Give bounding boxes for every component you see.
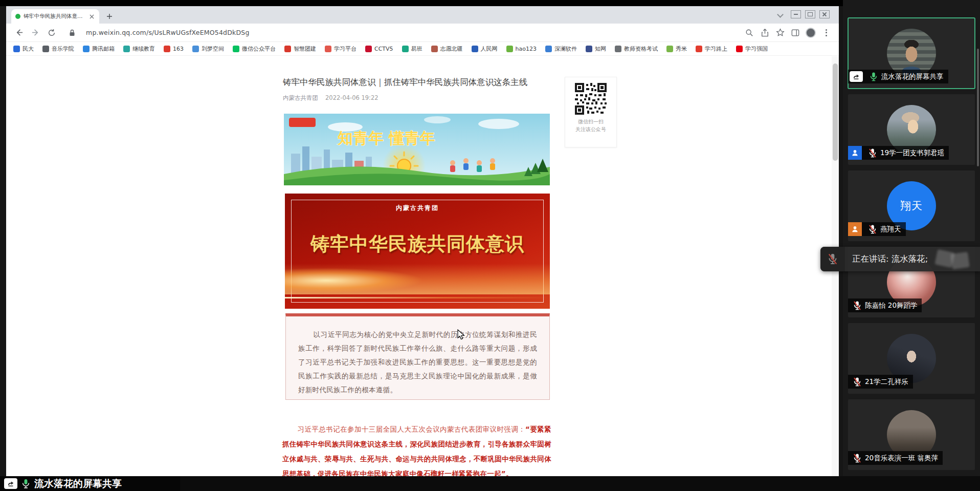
window-close-button[interactable] — [819, 10, 830, 18]
red-banner-streak — [285, 297, 550, 298]
bookmark-label: 深澜软件 — [554, 45, 577, 53]
article-paragraph: 习近平总书记在参加十三届全国人大五次会议内蒙古代表团审议时强调：“要紧紧抓住铸牢… — [282, 422, 551, 481]
bookmark-favicon — [123, 46, 130, 52]
side-panel-icon[interactable] — [789, 26, 802, 39]
bookmark-item[interactable]: 人民网 — [472, 45, 498, 53]
bookmark-item[interactable]: 163 — [164, 46, 184, 52]
bookmark-label: 微信公众平台 — [242, 45, 276, 53]
browser-tab-strip: 铸牢中华民族共同体意识｜抓住 — [6, 6, 839, 24]
share-icon[interactable] — [758, 26, 771, 39]
participant-tile[interactable]: 21学二孔祥乐 — [848, 323, 975, 394]
participant-name: 燕翔天 — [880, 225, 901, 234]
bookmark-item[interactable]: 知网 — [586, 45, 606, 53]
bookmark-item[interactable]: 易班 — [402, 45, 422, 53]
back-icon[interactable] — [12, 26, 26, 39]
blurred-name — [950, 252, 970, 269]
participant-label: 19学一团支书郭君瑶 — [848, 146, 949, 160]
meeting-sidebar: 流水落花的屏幕共享 19学一团支书郭君瑶 翔天 — [843, 0, 980, 491]
article-date: 2022-04-06 19:22 — [325, 94, 378, 101]
bookmark-item[interactable]: 音乐学院 — [42, 45, 74, 53]
bookmark-item[interactable]: 民大 — [13, 45, 34, 53]
bookmark-favicon — [615, 46, 621, 52]
window-minimize-button[interactable] — [791, 10, 801, 18]
bookmark-favicon — [13, 46, 20, 52]
bookmark-item[interactable]: hao123 — [506, 46, 537, 52]
bookmark-item[interactable]: 继续教育 — [123, 45, 155, 53]
url-text[interactable]: mp.weixin.qq.com/s/UsLRwUGsfXeEMO54dDkDS… — [86, 29, 741, 36]
article-title: 铸牢中华民族共同体意识｜抓住铸牢中华民族共同体意识这条主线 — [283, 77, 559, 88]
mic-on-icon — [869, 72, 878, 82]
bookmark-label: 学习强国 — [745, 45, 768, 53]
bookmark-label: 学习路上 — [705, 45, 727, 53]
window-restore-button[interactable] — [805, 10, 815, 18]
bookmark-item[interactable]: 学习路上 — [696, 45, 727, 53]
bookmark-item[interactable]: 腾讯邮箱 — [83, 45, 115, 53]
bookmark-favicon — [83, 46, 90, 52]
bookmark-label: 到梦空间 — [202, 45, 224, 53]
sidebar-scrollbar[interactable] — [977, 49, 979, 166]
member-badge-icon — [848, 146, 862, 160]
participant-label: 20音乐表演一班 翁奥萍 — [848, 451, 943, 465]
top-black-strip — [0, 0, 980, 6]
scrollbar-thumb[interactable] — [833, 63, 838, 161]
bookmark-item[interactable]: 学习平台 — [325, 45, 357, 53]
article-source[interactable]: 内蒙古共青团 — [283, 94, 318, 101]
bookmark-label: 教师资格考试 — [624, 45, 658, 53]
participant-tile[interactable]: 19学一团支书郭君瑶 — [848, 94, 975, 165]
green-banner-image: 知青年 懂青年 — [284, 114, 550, 185]
participant-tile[interactable]: 20音乐表演一班 翁奥萍 — [848, 399, 975, 470]
bookmark-star-icon[interactable] — [773, 26, 787, 39]
mic-muted-icon — [868, 224, 877, 234]
participant-label: 燕翔天 — [848, 222, 906, 236]
participant-name: 21学二孔祥乐 — [865, 377, 908, 387]
bookmark-favicon — [402, 46, 409, 52]
bookmark-item[interactable]: 微信公众平台 — [233, 45, 276, 53]
participant-label: 流水落花的屏幕共享 — [848, 70, 948, 83]
participant-label: 陈嘉怡 20舞蹈学 — [848, 298, 922, 312]
article-meta: 内蒙古共青团2022-04-06 19:22 — [283, 94, 378, 102]
browser-tab[interactable]: 铸牢中华民族共同体意识｜抓住 — [11, 9, 99, 24]
lock-icon[interactable] — [65, 26, 79, 39]
reload-icon[interactable] — [45, 26, 58, 39]
bookmark-item[interactable]: 志愿北疆 — [431, 45, 463, 53]
mic-on-icon — [21, 478, 31, 489]
bookmark-item[interactable]: 学习强国 — [736, 45, 768, 53]
tab-favicon-icon — [15, 14, 20, 19]
participant-tile[interactable]: 流水落花的屏幕共享 — [848, 18, 975, 89]
screen-share-icon — [4, 478, 17, 489]
participant-label: 21学二孔祥乐 — [848, 375, 913, 389]
tab-close-icon[interactable] — [88, 13, 95, 20]
bookmark-item[interactable]: 到梦空间 — [192, 45, 224, 53]
participant-name: 流水落花的屏幕共享 — [881, 72, 944, 81]
chevron-down-icon[interactable] — [777, 11, 784, 18]
tab-title: 铸牢中华民族共同体意识｜抓住 — [24, 13, 85, 20]
participant-tile[interactable]: 翔天 燕翔天 — [848, 170, 975, 241]
browser-menu-icon[interactable] — [819, 26, 833, 39]
browser-toolbar: mp.weixin.qq.com/s/UsLRwUGsfXeEMO54dDkDS… — [6, 24, 839, 42]
bookmark-label: hao123 — [516, 46, 537, 52]
zoom-icon[interactable] — [743, 26, 756, 39]
bookmark-item[interactable]: 智慧团建 — [284, 45, 316, 53]
bookmark-item[interactable]: 教师资格考试 — [615, 45, 658, 53]
red-banner-header: 内蒙古共青团 — [285, 204, 550, 212]
bookmark-favicon — [431, 46, 438, 52]
mouse-cursor — [457, 329, 466, 340]
bookmark-item[interactable]: 秀米 — [666, 45, 687, 53]
bookmark-item[interactable]: CCTV5 — [365, 46, 393, 52]
bookmark-favicon — [42, 46, 49, 52]
bookmark-label: 知网 — [595, 45, 606, 53]
bookmark-item[interactable]: 深澜软件 — [545, 45, 577, 53]
forward-icon[interactable] — [29, 26, 42, 39]
member-badge-icon — [848, 222, 862, 236]
red-banner-title: 铸牢中华民族共同体意识 — [285, 231, 550, 257]
bookmark-favicon — [666, 46, 673, 52]
mic-muted-icon — [853, 377, 862, 387]
speaking-indicator-text: 正在讲话: 流水落花; — [852, 253, 928, 265]
bookmark-favicon — [586, 46, 592, 52]
profile-avatar-icon[interactable] — [804, 26, 817, 39]
bookmark-favicon — [325, 46, 331, 52]
mic-muted-icon — [868, 148, 877, 158]
quote-box: 以习近平同志为核心的党中央立足新时代的历史方位统筹谋划和推进民族工作，科学回答了… — [285, 313, 550, 400]
new-tab-button[interactable] — [104, 11, 115, 22]
speaking-indicator-overlay: 正在讲话: 流水落花; — [820, 247, 980, 271]
